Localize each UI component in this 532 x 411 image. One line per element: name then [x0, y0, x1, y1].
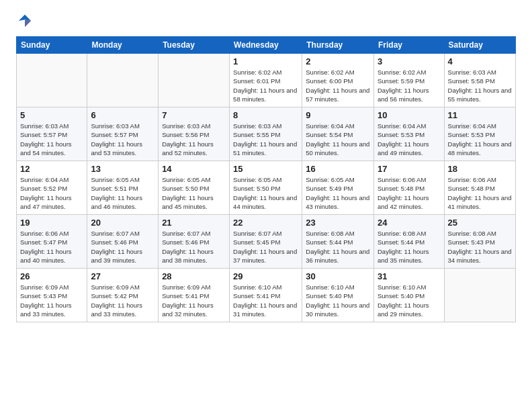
day-content: Sunrise: 6:04 AM Sunset: 5:53 PM Dayligh…: [448, 122, 512, 157]
calendar-cell: 14Sunrise: 6:05 AM Sunset: 5:50 PM Dayli…: [159, 161, 230, 215]
day-content: Sunrise: 6:08 AM Sunset: 5:44 PM Dayligh…: [306, 229, 370, 265]
day-content: Sunrise: 6:05 AM Sunset: 5:50 PM Dayligh…: [233, 175, 298, 211]
day-number: 31: [378, 271, 441, 281]
day-number: 8: [233, 110, 298, 120]
day-number: 9: [306, 110, 370, 120]
day-content: Sunrise: 6:10 AM Sunset: 5:40 PM Dayligh…: [306, 283, 370, 318]
logo: [16, 13, 32, 31]
calendar-cell: 6Sunrise: 6:03 AM Sunset: 5:57 PM Daylig…: [87, 107, 159, 161]
day-content: Sunrise: 6:04 AM Sunset: 5:53 PM Dayligh…: [378, 122, 441, 157]
day-content: Sunrise: 6:09 AM Sunset: 5:41 PM Dayligh…: [162, 283, 226, 318]
calendar-week-row: 1Sunrise: 6:02 AM Sunset: 6:01 PM Daylig…: [17, 54, 516, 107]
calendar-cell: 9Sunrise: 6:04 AM Sunset: 5:54 PM Daylig…: [302, 107, 374, 161]
calendar-cell: 26Sunrise: 6:09 AM Sunset: 5:43 PM Dayli…: [17, 269, 87, 322]
day-content: Sunrise: 6:04 AM Sunset: 5:52 PM Dayligh…: [20, 175, 83, 211]
day-number: 3: [378, 56, 441, 66]
calendar-cell: 29Sunrise: 6:10 AM Sunset: 5:41 PM Dayli…: [230, 269, 302, 322]
day-content: Sunrise: 6:06 AM Sunset: 5:48 PM Dayligh…: [448, 175, 512, 211]
weekday-sunday: Sunday: [17, 37, 87, 54]
calendar-cell: 28Sunrise: 6:09 AM Sunset: 5:41 PM Dayli…: [159, 269, 230, 322]
day-number: 20: [91, 218, 154, 228]
calendar-cell: 4Sunrise: 6:03 AM Sunset: 5:58 PM Daylig…: [444, 54, 515, 107]
day-number: 21: [162, 218, 226, 228]
day-content: Sunrise: 6:02 AM Sunset: 5:59 PM Dayligh…: [378, 68, 441, 103]
day-content: Sunrise: 6:03 AM Sunset: 5:56 PM Dayligh…: [162, 122, 226, 157]
day-number: 15: [233, 164, 298, 174]
day-number: 11: [448, 110, 512, 120]
day-number: 26: [20, 271, 83, 281]
calendar-cell: 23Sunrise: 6:08 AM Sunset: 5:44 PM Dayli…: [302, 215, 374, 269]
calendar-cell: 21Sunrise: 6:07 AM Sunset: 5:46 PM Dayli…: [159, 215, 230, 269]
day-content: Sunrise: 6:09 AM Sunset: 5:42 PM Dayligh…: [91, 283, 154, 318]
day-content: Sunrise: 6:10 AM Sunset: 5:41 PM Dayligh…: [233, 283, 298, 318]
day-content: Sunrise: 6:05 AM Sunset: 5:49 PM Dayligh…: [306, 175, 370, 211]
day-number: 30: [306, 271, 370, 281]
day-number: 18: [448, 164, 512, 174]
weekday-tuesday: Tuesday: [159, 37, 230, 54]
day-number: 2: [306, 56, 370, 66]
calendar-cell: 27Sunrise: 6:09 AM Sunset: 5:42 PM Dayli…: [87, 269, 159, 322]
weekday-thursday: Thursday: [302, 37, 374, 54]
calendar-cell: 25Sunrise: 6:08 AM Sunset: 5:43 PM Dayli…: [444, 215, 515, 269]
weekday-wednesday: Wednesday: [230, 37, 302, 54]
calendar-cell: 18Sunrise: 6:06 AM Sunset: 5:48 PM Dayli…: [444, 161, 515, 215]
day-number: 28: [162, 271, 226, 281]
day-number: 12: [20, 164, 83, 174]
calendar-cell: 30Sunrise: 6:10 AM Sunset: 5:40 PM Dayli…: [302, 269, 374, 322]
day-number: 25: [448, 218, 512, 228]
calendar-cell: [17, 54, 87, 107]
calendar-cell: 11Sunrise: 6:04 AM Sunset: 5:53 PM Dayli…: [444, 107, 515, 161]
weekday-friday: Friday: [373, 37, 444, 54]
calendar-cell: 16Sunrise: 6:05 AM Sunset: 5:49 PM Dayli…: [302, 161, 374, 215]
day-content: Sunrise: 6:03 AM Sunset: 5:58 PM Dayligh…: [448, 68, 512, 103]
day-content: Sunrise: 6:03 AM Sunset: 5:55 PM Dayligh…: [233, 122, 298, 157]
day-content: Sunrise: 6:02 AM Sunset: 6:00 PM Dayligh…: [306, 68, 370, 103]
day-number: 19: [20, 218, 83, 228]
day-number: 13: [91, 164, 154, 174]
day-number: 5: [20, 110, 83, 120]
day-content: Sunrise: 6:07 AM Sunset: 5:46 PM Dayligh…: [91, 229, 154, 265]
calendar-cell: 24Sunrise: 6:08 AM Sunset: 5:44 PM Dayli…: [373, 215, 444, 269]
calendar-week-row: 5Sunrise: 6:03 AM Sunset: 5:57 PM Daylig…: [17, 107, 516, 161]
calendar-cell: 15Sunrise: 6:05 AM Sunset: 5:50 PM Dayli…: [230, 161, 302, 215]
day-number: 6: [91, 110, 154, 120]
day-number: 4: [448, 56, 512, 66]
calendar-cell: 5Sunrise: 6:03 AM Sunset: 5:57 PM Daylig…: [17, 107, 87, 161]
day-number: 16: [306, 164, 370, 174]
day-number: 23: [306, 218, 370, 228]
calendar-cell: 3Sunrise: 6:02 AM Sunset: 5:59 PM Daylig…: [373, 54, 444, 107]
day-content: Sunrise: 6:03 AM Sunset: 5:57 PM Dayligh…: [20, 122, 83, 157]
calendar-cell: 8Sunrise: 6:03 AM Sunset: 5:55 PM Daylig…: [230, 107, 302, 161]
calendar-cell: 31Sunrise: 6:10 AM Sunset: 5:40 PM Dayli…: [373, 269, 444, 322]
weekday-saturday: Saturday: [444, 37, 515, 54]
calendar-cell: 20Sunrise: 6:07 AM Sunset: 5:46 PM Dayli…: [87, 215, 159, 269]
calendar-cell: 17Sunrise: 6:06 AM Sunset: 5:48 PM Dayli…: [373, 161, 444, 215]
weekday-monday: Monday: [87, 37, 159, 54]
logo-icon: [17, 13, 32, 28]
day-number: 27: [91, 271, 154, 281]
calendar-cell: 2Sunrise: 6:02 AM Sunset: 6:00 PM Daylig…: [302, 54, 374, 107]
calendar-week-row: 12Sunrise: 6:04 AM Sunset: 5:52 PM Dayli…: [17, 161, 516, 215]
calendar-week-row: 26Sunrise: 6:09 AM Sunset: 5:43 PM Dayli…: [17, 269, 516, 322]
calendar-cell: 7Sunrise: 6:03 AM Sunset: 5:56 PM Daylig…: [159, 107, 230, 161]
day-content: Sunrise: 6:04 AM Sunset: 5:54 PM Dayligh…: [306, 122, 370, 157]
calendar-cell: 1Sunrise: 6:02 AM Sunset: 6:01 PM Daylig…: [230, 54, 302, 107]
day-content: Sunrise: 6:05 AM Sunset: 5:50 PM Dayligh…: [162, 175, 226, 211]
day-number: 7: [162, 110, 226, 120]
day-number: 22: [233, 218, 298, 228]
day-number: 29: [233, 271, 298, 281]
day-number: 10: [378, 110, 441, 120]
day-number: 24: [378, 218, 441, 228]
calendar-table: SundayMondayTuesdayWednesdayThursdayFrid…: [16, 36, 516, 322]
calendar-cell: 13Sunrise: 6:05 AM Sunset: 5:51 PM Dayli…: [87, 161, 159, 215]
day-content: Sunrise: 6:10 AM Sunset: 5:40 PM Dayligh…: [378, 283, 441, 318]
calendar-cell: [87, 54, 159, 107]
day-number: 17: [378, 164, 441, 174]
day-number: 14: [162, 164, 226, 174]
day-content: Sunrise: 6:03 AM Sunset: 5:57 PM Dayligh…: [91, 122, 154, 157]
calendar-cell: [444, 269, 515, 322]
header: [16, 13, 516, 31]
svg-marker-1: [25, 19, 31, 27]
page: SundayMondayTuesdayWednesdayThursdayFrid…: [0, 0, 532, 411]
calendar-cell: [159, 54, 230, 107]
